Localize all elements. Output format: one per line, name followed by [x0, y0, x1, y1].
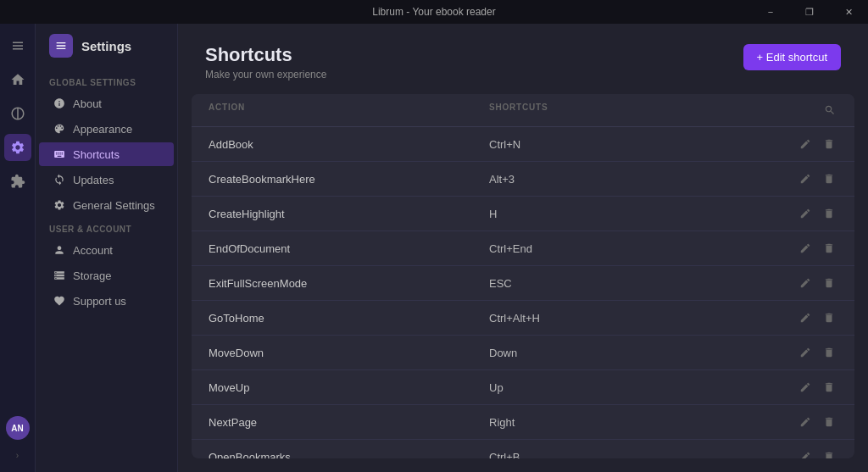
- sidebar-item-shortcuts[interactable]: Shortcuts: [39, 142, 174, 166]
- delete-row-button[interactable]: [821, 275, 837, 292]
- row-actions-cell: [770, 205, 837, 222]
- about-icon: [53, 97, 66, 110]
- delete-row-button[interactable]: [821, 240, 837, 257]
- delete-row-button[interactable]: [821, 448, 837, 458]
- shortcut-cell: ESC: [489, 277, 770, 290]
- shortcut-cell: Ctrl+Alt+H: [489, 312, 770, 325]
- sidebar-support-label: Support us: [73, 295, 126, 308]
- sidebar-item-appearance[interactable]: Appearance: [39, 117, 174, 141]
- general-settings-icon: [53, 198, 66, 212]
- support-icon: [53, 294, 66, 308]
- edit-row-button[interactable]: [797, 379, 814, 396]
- sidebar-updates-label: Updates: [73, 174, 114, 186]
- edit-shortcut-button[interactable]: + Edit shortcut: [743, 44, 841, 70]
- action-cell: MoveDown: [209, 347, 489, 359]
- action-cell: MoveUp: [209, 381, 489, 394]
- minimize-button[interactable]: −: [751, 0, 790, 24]
- action-cell: CreateBookmarkHere: [209, 173, 489, 186]
- action-cell: AddBook: [209, 138, 489, 151]
- sidebar-general-label: General Settings: [73, 199, 155, 212]
- table-row: MoveUpUp: [192, 370, 854, 405]
- delete-row-button[interactable]: [821, 379, 837, 396]
- edit-row-button[interactable]: [797, 344, 814, 361]
- page-title-block: Shortcuts Make your own experience: [205, 44, 326, 81]
- sidebar-shortcuts-label: Shortcuts: [73, 148, 120, 161]
- page-header: Shortcuts Make your own experience + Edi…: [178, 24, 868, 94]
- page-title: Shortcuts: [205, 44, 326, 66]
- edit-row-button[interactable]: [797, 136, 814, 153]
- home-icon-btn[interactable]: [4, 66, 31, 93]
- edit-row-button[interactable]: [797, 205, 814, 222]
- shortcut-cell: Ctrl+End: [489, 242, 770, 255]
- shortcut-cell: Alt+3: [489, 173, 770, 186]
- action-cell: CreateHighlight: [209, 208, 489, 220]
- row-actions-cell: [770, 170, 837, 187]
- delete-row-button[interactable]: [821, 170, 837, 187]
- row-actions-cell: [770, 414, 837, 430]
- edit-row-button[interactable]: [797, 240, 814, 257]
- table-row: NextPageRight: [192, 405, 854, 440]
- table-row: OpenBookmarksCtrl+B: [192, 440, 854, 458]
- discover-icon-btn[interactable]: [4, 100, 31, 127]
- delete-row-button[interactable]: [821, 309, 837, 326]
- sidebar-item-account[interactable]: Account: [39, 238, 174, 262]
- action-column-header: ACTION: [209, 103, 489, 118]
- table-rows-container: AddBookCtrl+NCreateBookmarkHereAlt+3Crea…: [192, 127, 854, 458]
- sidebar-appearance-label: Appearance: [73, 123, 132, 136]
- sidebar-item-storage[interactable]: Storage: [39, 264, 174, 287]
- row-actions-cell: [770, 344, 837, 361]
- shortcuts-icon: [53, 147, 66, 161]
- titlebar: Librum - Your ebook reader − ❐ ✕: [0, 0, 868, 24]
- edit-row-button[interactable]: [797, 275, 814, 292]
- appearance-icon: [53, 122, 66, 136]
- sidebar-item-support[interactable]: Support us: [39, 289, 174, 313]
- page-subtitle: Make your own experience: [205, 69, 326, 81]
- delete-row-button[interactable]: [821, 414, 837, 430]
- edit-row-button[interactable]: [797, 414, 814, 430]
- shortcuts-column-header: SHORTCUTS: [489, 103, 770, 118]
- row-actions-cell: [770, 240, 837, 257]
- sidebar-item-general[interactable]: General Settings: [39, 193, 174, 217]
- icon-bar-top: [4, 32, 31, 416]
- window-controls: − ❐ ✕: [751, 0, 868, 24]
- sidebar-account-label: Account: [73, 244, 113, 257]
- plugin-icon-btn[interactable]: [4, 168, 31, 195]
- edit-row-button[interactable]: [797, 309, 814, 326]
- table-search-area: [770, 103, 837, 118]
- avatar[interactable]: AN: [6, 416, 30, 440]
- row-actions-cell: [770, 379, 837, 396]
- table-header-row: ACTION SHORTCUTS: [192, 94, 854, 127]
- delete-row-button[interactable]: [821, 136, 837, 153]
- action-cell: ExitFullScreenMode: [209, 277, 489, 290]
- row-actions-cell: [770, 275, 837, 292]
- delete-row-button[interactable]: [821, 205, 837, 222]
- maximize-button[interactable]: ❐: [790, 0, 829, 24]
- table-row: MoveDownDown: [192, 336, 854, 370]
- row-actions-cell: [770, 309, 837, 326]
- expand-sidebar-btn[interactable]: ›: [9, 447, 26, 464]
- row-actions-cell: [770, 448, 837, 458]
- sidebar-item-about[interactable]: About: [39, 92, 174, 115]
- edit-row-button[interactable]: [797, 170, 814, 187]
- action-cell: NextPage: [209, 416, 489, 429]
- library-icon-btn[interactable]: [4, 32, 31, 59]
- shortcuts-table: ACTION SHORTCUTS AddBookCtrl+NCreateBook…: [192, 94, 854, 458]
- app-body: AN › Settings GLOBAL SETTINGS About Appe…: [0, 24, 868, 472]
- shortcut-cell: Up: [489, 381, 770, 394]
- table-row: CreateBookmarkHereAlt+3: [192, 162, 854, 197]
- edit-row-button[interactable]: [797, 448, 814, 458]
- storage-icon: [53, 269, 66, 282]
- table-search-button[interactable]: [822, 103, 837, 118]
- close-button[interactable]: ✕: [829, 0, 868, 24]
- action-cell: OpenBookmarks: [209, 451, 489, 459]
- delete-row-button[interactable]: [821, 344, 837, 361]
- sidebar-item-updates[interactable]: Updates: [39, 168, 174, 192]
- row-actions-cell: [770, 136, 837, 153]
- sidebar-header: Settings: [36, 34, 177, 71]
- table-row: CreateHighlightH: [192, 197, 854, 231]
- settings-icon-btn[interactable]: [4, 134, 31, 161]
- shortcut-cell: H: [489, 208, 770, 220]
- user-section-label: USER & ACCOUNT: [36, 218, 177, 237]
- action-cell: GoToHome: [209, 312, 489, 325]
- table-row: GoToHomeCtrl+Alt+H: [192, 301, 854, 336]
